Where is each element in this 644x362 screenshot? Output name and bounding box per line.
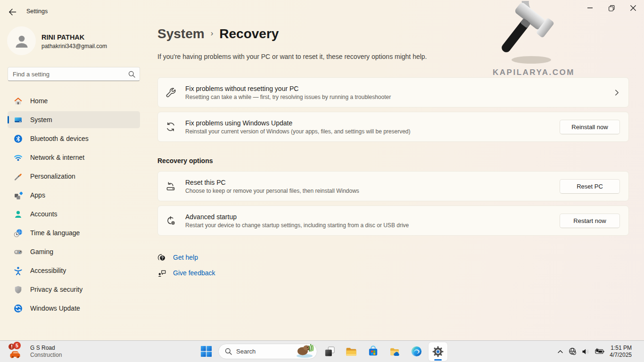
wifi-icon (14, 153, 23, 162)
microsoft-store-button[interactable] (363, 342, 382, 361)
breadcrumb: System›Recovery (157, 26, 279, 41)
task-view-icon (324, 346, 336, 357)
sidebar-item-time-language[interactable]: Time & language (8, 224, 140, 241)
person-icon (14, 33, 30, 49)
card-fix-problems-troubleshooter[interactable]: Fix problems without resetting your PC R… (157, 77, 629, 107)
sidebar-item-system[interactable]: System (8, 111, 140, 128)
widget-line2: Construction (30, 352, 62, 359)
microsoft-store-icon (367, 346, 379, 357)
tray-time: 1:51 PM (610, 345, 632, 352)
close-button[interactable] (622, 0, 644, 16)
give-feedback-link[interactable]: Give feedback (157, 266, 261, 280)
sidebar-item-accounts[interactable]: Accounts (8, 206, 140, 222)
settings-window: Settings (0, 0, 644, 340)
clock[interactable]: 1:51 PM 4/7/2025 (610, 345, 632, 359)
time-language-icon (14, 229, 23, 238)
advanced-startup-icon (165, 215, 176, 226)
tray-date: 4/7/2025 (610, 352, 632, 359)
sidebar-item-home[interactable]: Home (8, 92, 140, 109)
widget-alert-count: 5 (13, 342, 21, 349)
card-subtitle: Restart your device to change startup se… (185, 222, 409, 229)
back-arrow-icon (8, 8, 17, 16)
onedrive-folder-button[interactable] (385, 342, 404, 361)
system-tray: 1:51 PM 4/7/2025 (557, 341, 632, 362)
watermark: KAPILARYA.COM (475, 1, 593, 77)
sidebar-item-personalization[interactable]: Personalization (8, 168, 140, 185)
taskbar-center: Search (197, 341, 447, 362)
sidebar-item-gaming[interactable]: Gaming (8, 243, 140, 260)
sidebar-item-network-internet[interactable]: Network & internet (8, 149, 140, 166)
wrench-icon (165, 87, 176, 98)
sidebar-item-label: Home (30, 97, 48, 105)
windows-logo-icon (200, 346, 212, 357)
card-subtitle: Reinstall your current version of Window… (185, 128, 411, 135)
windows-update-icon (14, 304, 23, 313)
network-status-button[interactable] (569, 347, 577, 355)
sidebar-item-bluetooth-devices[interactable]: Bluetooth & devices (8, 130, 140, 147)
start-button[interactable] (197, 342, 215, 361)
footer-links: Get help Give feedback (157, 250, 629, 280)
card-title: Advanced startup (185, 213, 409, 221)
sidebar-item-label: Network & internet (30, 154, 84, 161)
restart-now-button[interactable]: Restart now (560, 214, 620, 228)
globe-no-internet-icon (569, 347, 577, 355)
maximize-button[interactable] (601, 0, 622, 16)
sidebar-item-label: Time & language (30, 229, 80, 237)
reset-pc-icon (165, 181, 176, 191)
task-view-button[interactable] (320, 342, 339, 361)
screen: Settings (0, 0, 644, 362)
sync-icon (165, 122, 176, 132)
reinstall-now-button[interactable]: Reinstall now (560, 120, 620, 134)
breadcrumb-system[interactable]: System (157, 26, 205, 41)
sidebar-item-windows-update[interactable]: Windows Update (8, 300, 140, 317)
search-highlight-beaver-icon (295, 343, 315, 358)
bluetooth-icon (14, 134, 23, 143)
onedrive-folder-icon (388, 346, 401, 358)
close-icon (630, 5, 636, 11)
accounts-icon (14, 210, 23, 219)
taskbar: 5 G S Road Construction (0, 340, 644, 362)
widgets-button[interactable]: 5 G S Road Construction (5, 341, 66, 362)
accessibility-icon (14, 266, 23, 275)
battery-button[interactable] (595, 348, 604, 355)
taskbar-search-label: Search (236, 348, 256, 355)
widget-line1: G S Road (30, 345, 62, 352)
give-feedback-label: Give feedback (173, 269, 215, 277)
search-icon (128, 71, 135, 78)
card-reset-this-pc: Reset this PC Choose to keep or remove y… (157, 171, 629, 201)
taskbar-search[interactable]: Search (218, 344, 317, 359)
shield-icon (14, 285, 23, 294)
file-explorer-icon (345, 346, 357, 358)
sidebar-item-label: System (30, 116, 52, 123)
back-button[interactable] (6, 6, 17, 17)
app-title: Settings (26, 8, 48, 15)
battery-charging-icon (595, 348, 604, 355)
paintbrush-icon (14, 172, 23, 181)
card-subtitle: Choose to keep or remove your personal f… (185, 188, 359, 194)
page-description: If you're having problems with your PC o… (157, 53, 427, 60)
avatar[interactable] (7, 26, 36, 55)
reset-pc-button[interactable]: Reset PC (560, 179, 620, 194)
sidebar-item-accessibility[interactable]: Accessibility (8, 262, 140, 279)
sidebar-item-label: Personalization (30, 173, 75, 180)
sidebar-item-privacy-security[interactable]: Privacy & security (8, 281, 140, 298)
get-help-link[interactable]: Get help (157, 250, 261, 264)
settings-taskbar-button[interactable] (429, 342, 447, 361)
file-explorer-button[interactable] (342, 342, 361, 361)
volume-button[interactable] (582, 348, 590, 355)
apps-icon (14, 191, 23, 200)
chevron-up-icon (557, 349, 563, 354)
tray-chevron-up-button[interactable] (557, 349, 563, 354)
section-title: Recovery options (157, 157, 629, 165)
search-input[interactable] (8, 67, 140, 81)
find-a-setting-box (8, 67, 140, 81)
gamepad-icon (14, 247, 23, 256)
card-subtitle: Resetting can take a while — first, try … (185, 94, 391, 100)
sidebar-item-label: Accessibility (30, 267, 66, 274)
card-title: Reset this PC (185, 179, 359, 186)
card-title: Fix problems without resetting your PC (185, 85, 391, 92)
sidebar-item-apps[interactable]: Apps (8, 187, 140, 204)
watermark-text: KAPILARYA.COM (475, 68, 593, 77)
profile-email: pathakrini343@gmail.com (41, 43, 107, 49)
edge-button[interactable] (407, 342, 426, 361)
